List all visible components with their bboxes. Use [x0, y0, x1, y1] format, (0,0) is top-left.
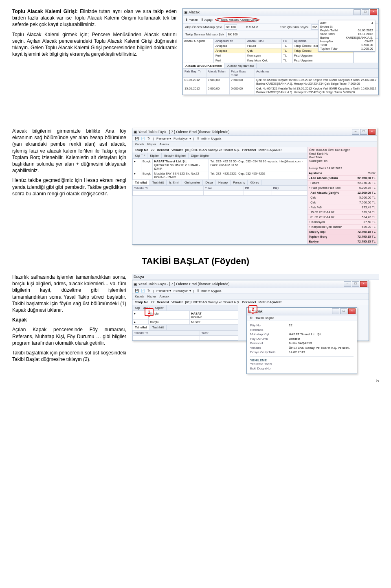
summary-table: AçıklamaTutar - Asıl Alacak (Fatura52.75… [308, 171, 377, 244]
fonksiyon-menu[interactable]: Fonksiyon ▾ [174, 289, 191, 293]
label: Takip Sonrası Mahsup Şek [185, 33, 224, 36]
hesap-summary-panel: Özel Kod Adı Özel Kod Değeri Kredi Kartı… [307, 147, 377, 244]
new-icon[interactable]: 📄 [141, 137, 145, 140]
paragraph-block-1: Toplu Alacak Kalemi Girişi: Elinizde tut… [12, 8, 177, 61]
window-title: Alacak [189, 10, 200, 14]
save-icon[interactable]: 💾 [135, 137, 138, 140]
maximize-button[interactable]: □ [360, 129, 367, 135]
outer-menu-dosya[interactable]: Dosya [132, 274, 379, 280]
borclu-table: ▸ Borçlu HASAT Ticaret Ltd. Şti.Çıkmaz S… [132, 159, 307, 180]
menu-alacak[interactable]: Alacak [159, 142, 169, 146]
indirim-button[interactable]: ⬇ İndirim Uygula [197, 289, 221, 293]
paragraph-block-2: Alacak bilgilerini girmemizle birlikte A… [12, 128, 126, 200]
menu-kisiler[interactable]: Kişiler [147, 142, 156, 146]
window-title: Yasal Takip Föyü - [ 7 ] Ödeme Emri (İla… [138, 130, 229, 134]
window-icon: ▣ [134, 282, 137, 286]
window-title: Yasal Takip Föyü - [ 7 ] Ödeme Emri (İla… [138, 282, 229, 286]
kalem-table: Faiz Baş. Tr. Alacak Tutarı Faize Esas T… [183, 69, 378, 95]
menu-kapak[interactable]: Kapak [135, 295, 144, 298]
indirim-button[interactable]: ⬇ İndirim Uygula [197, 137, 221, 140]
value: [01] ÜRETSAN Sanayi ve Ticaret A.Ş. [185, 148, 239, 152]
maximize-button[interactable]: □ [340, 308, 347, 314]
label: Faiz için Gün Sayısı [280, 25, 309, 29]
subtab-kalemler[interactable]: Alacak Grubu Kalemleri [183, 63, 225, 68]
minimize-button[interactable]: – [332, 308, 339, 314]
close-button[interactable]: × [348, 308, 356, 314]
subtab-aciklama[interactable]: Alacak Açıklaması [225, 63, 257, 68]
takibi-baslat-button[interactable]: Takibi Başlat [255, 316, 274, 320]
field[interactable]: BK 100 [226, 32, 239, 37]
p3-1: Hazırlık safhasında işlemler tamamlandık… [12, 274, 126, 313]
label: B.S.M.V. [246, 25, 259, 29]
value: Metin BAŞARIR [259, 148, 282, 152]
fonksiyon-menu[interactable]: Fonksiyon ▾ [174, 137, 191, 140]
label: Personel [242, 148, 256, 152]
paragraph-block-3: Hazırlık safhasında işlemler tamamlandık… [12, 274, 126, 366]
tahsilat-table: Tahsilat Tr. Tutar PB Bilgi [132, 186, 307, 196]
pencere-menu[interactable]: Pencere ▾ [156, 137, 171, 140]
menu-alacak[interactable]: Alacak [159, 295, 169, 298]
p1-2: Toplu Alacak Kalemi girmek için; Pencere… [12, 31, 177, 58]
maximize-button[interactable]: □ [362, 9, 369, 15]
asagi-button[interactable]: ⬇ Aşağı [201, 18, 213, 22]
section-heading: TAKİBİ BAŞLAT (Föyden) [12, 256, 379, 267]
lead-bold: Toplu Alacak Kalemi Girişi: [12, 9, 78, 14]
p3-2: Açılan Kapak penceresinde Föy numarası, … [12, 326, 126, 346]
minimize-button[interactable]: – [352, 129, 359, 135]
group-yenileme: YENİLEME [250, 356, 354, 362]
screenshot-foy-window-2: ▣ Yasal Takip Föyü - [ 7 ] Ödeme Emri (İ… [132, 280, 369, 341]
menu-kisiler[interactable]: Kişiler [147, 295, 156, 298]
label: Takip No [135, 148, 148, 152]
p2-2: Henüz takibe geçmediğimiz için Hesap ekr… [12, 177, 126, 197]
detail-tooltip: Adet4 Evden St Keşide Tarihi01.06.2012 V… [318, 20, 375, 52]
screenshot-alacak-window: ▣ Alacak – □ × ⬆ Yukarı ⬇ Aşağı ⊞ Toplu … [182, 8, 379, 95]
refresh-icon[interactable]: ↻ [147, 289, 151, 293]
value: 22 [151, 148, 154, 152]
p2-1: Alacak bilgilerini girmemizle birlikte A… [12, 128, 126, 174]
p3-3: Takibi başlatmak için pencerenin sol üst… [12, 350, 126, 363]
label: akip Öncesi Mahsup Şekl [185, 25, 222, 29]
new-icon[interactable]: 📄 [141, 289, 145, 293]
gear-icon[interactable]: ⚙ [249, 316, 253, 320]
label: Vekalet [171, 148, 183, 152]
kapak-popup-window: ▣ Kapak – □ × ⚙ Takibi Başlat 2 Föy No22… [246, 307, 357, 374]
field[interactable]: 365 [311, 24, 319, 30]
menu-kapak[interactable]: Kapak [135, 142, 144, 146]
save-icon[interactable]: 💾 [135, 289, 138, 293]
window-icon: ▣ [134, 130, 137, 134]
pencere-menu[interactable]: Pencere ▾ [156, 289, 171, 293]
minimize-button[interactable]: – [354, 9, 361, 15]
minimize-button[interactable]: – [344, 281, 351, 287]
toplu-giris-button[interactable]: ⊞ Toplu Alacak Kalemi Girişi [215, 17, 259, 22]
alacak-gruplari-label: Alacak Grupları [183, 38, 214, 63]
window-icon: ▣ [184, 10, 188, 14]
yukari-button[interactable]: ⬆ Yukarı [185, 18, 198, 22]
field[interactable]: BK 100 [224, 24, 237, 30]
kapak-heading: Kapak [12, 317, 27, 323]
screenshot-foy-window: ▣ Yasal Takip Föyü - [ 7 ] Ödeme Emri (İ… [132, 128, 377, 245]
close-button[interactable]: × [368, 129, 376, 135]
page-number: 5 [12, 378, 379, 383]
close-button[interactable]: × [360, 281, 367, 287]
callout-marker-2: 2 [248, 305, 257, 313]
refresh-icon[interactable]: ↻ [147, 137, 151, 140]
close-button[interactable]: × [370, 9, 377, 15]
callout-marker-1: 1 [145, 308, 154, 316]
maximize-button[interactable]: □ [352, 281, 359, 287]
status-badge: Derdest [157, 148, 169, 152]
